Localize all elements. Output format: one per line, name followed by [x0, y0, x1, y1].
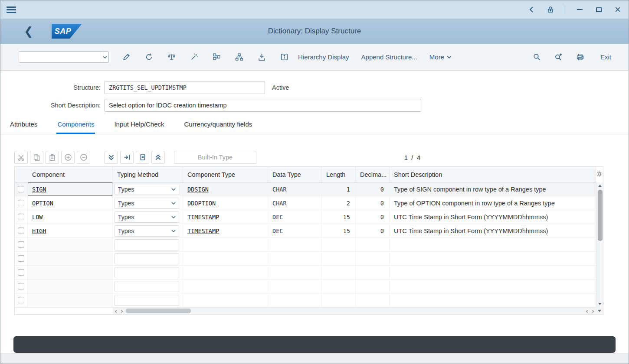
close-icon[interactable]: ×	[613, 5, 622, 14]
typing-method-dropdown[interactable]: Types	[115, 211, 179, 223]
where-used-icon[interactable]	[209, 49, 224, 65]
typing-method-dropdown[interactable]	[115, 281, 179, 292]
search-plus-icon[interactable]	[551, 49, 567, 65]
refresh-icon[interactable]	[141, 49, 157, 65]
command-dropdown-icon[interactable]	[101, 52, 108, 62]
display-change-icon[interactable]	[118, 49, 134, 65]
hierarchy-display-button[interactable]: Hierarchy Display	[292, 49, 355, 65]
table-row-empty[interactable]	[15, 266, 596, 280]
delete-row-icon[interactable]	[77, 151, 90, 164]
back-button[interactable]: ❮	[24, 26, 33, 37]
col-data-type[interactable]: Data Type	[268, 167, 322, 182]
row-checkbox[interactable]	[18, 228, 24, 234]
scroll-down-icon[interactable]	[597, 301, 603, 307]
tab-components[interactable]: Components	[56, 117, 95, 134]
command-input[interactable]	[19, 52, 101, 62]
select-block-icon[interactable]	[136, 151, 149, 164]
menu-hamburger-icon[interactable]	[7, 5, 16, 14]
row-checkbox[interactable]	[18, 283, 24, 289]
append-structure-button[interactable]: Append Structure...	[355, 49, 423, 65]
typing-method-dropdown[interactable]: Types	[115, 198, 179, 209]
lock-icon[interactable]	[546, 5, 555, 14]
typing-method-dropdown[interactable]: Types	[115, 184, 179, 195]
maximize-icon[interactable]	[594, 5, 603, 14]
scroll-left-icon[interactable]: ‹	[113, 308, 119, 314]
print-icon[interactable]	[573, 49, 588, 65]
hierarchy-icon[interactable]	[231, 49, 247, 65]
col-short-description[interactable]: Short Description	[390, 167, 596, 182]
nav-back-icon[interactable]	[527, 5, 536, 14]
scroll-left-icon[interactable]: ‹	[584, 308, 590, 314]
row-checkbox[interactable]	[18, 255, 24, 262]
table-row[interactable]: SIGN Types DDSIGN CHAR 1 0 Type of SIGN …	[15, 182, 596, 196]
tab-attributes[interactable]: Attributes	[9, 117, 38, 134]
scroll-down-icon[interactable]	[596, 307, 603, 314]
tab-input-help-check[interactable]: Input Help/Check	[113, 117, 165, 134]
paste-icon[interactable]	[46, 151, 59, 164]
row-checkbox[interactable]	[18, 241, 24, 248]
horizontal-scrollbar[interactable]: ‹ › ‹ ›	[15, 307, 596, 314]
vertical-scrollbar[interactable]	[596, 182, 603, 307]
component-link[interactable]: LOW	[32, 214, 43, 221]
col-component-type[interactable]: Component Type	[183, 167, 268, 182]
insert-line-icon[interactable]	[120, 151, 134, 164]
app-header: Dictionary: Display Structure ❮ SAP	[0, 19, 629, 44]
col-decimals[interactable]: Decima...	[356, 167, 390, 182]
activate-icon[interactable]	[186, 49, 202, 65]
structure-name-field[interactable]: ZRGTITS_SEL_UPDTIMSTMP	[105, 81, 265, 94]
table-row[interactable]: HIGH Types TIMESTAMP DEC 15 0 UTC Time S…	[15, 224, 596, 238]
status-bar	[13, 336, 616, 353]
typing-method-dropdown[interactable]: Types	[115, 225, 179, 237]
row-checkbox[interactable]	[18, 269, 24, 276]
table-row-empty[interactable]	[15, 280, 596, 293]
row-checkbox[interactable]	[18, 297, 24, 303]
table-row-empty[interactable]	[15, 238, 596, 252]
insert-row-icon[interactable]	[61, 151, 75, 164]
row-checkbox[interactable]	[18, 186, 24, 192]
short-description-field[interactable]: Select option for IDOC creation timestam…	[105, 99, 421, 112]
table-settings-gear-icon[interactable]	[596, 171, 603, 179]
command-field[interactable]	[19, 51, 109, 63]
col-typing-method[interactable]: Typing Method	[113, 167, 183, 182]
import-icon[interactable]	[254, 49, 269, 65]
copy-icon[interactable]	[30, 151, 43, 164]
titlebar-divider	[565, 5, 565, 14]
double-up-chevron-icon[interactable]	[151, 151, 165, 164]
table-row[interactable]: LOW Types TIMESTAMP DEC 15 0 UTC Time St…	[15, 210, 596, 224]
typing-method-dropdown[interactable]	[115, 267, 179, 278]
component-link[interactable]: SIGN	[32, 186, 46, 193]
table-row-empty[interactable]	[15, 252, 596, 266]
built-in-type-button[interactable]: Built-In Type	[174, 151, 256, 164]
vscroll-thumb[interactable]	[598, 190, 603, 241]
col-component[interactable]: Component	[28, 167, 113, 182]
table-row[interactable]: OPTION Types DDOPTION CHAR 2 0 Type of O…	[15, 196, 596, 210]
row-checkbox[interactable]	[18, 214, 24, 220]
row-checkbox[interactable]	[18, 200, 24, 206]
search-icon[interactable]	[529, 49, 545, 65]
structure-label: Structure:	[0, 84, 105, 91]
cut-icon[interactable]	[14, 151, 28, 164]
component-link[interactable]: HIGH	[32, 228, 46, 234]
typing-method-dropdown[interactable]	[115, 239, 179, 250]
minimize-icon[interactable]	[575, 5, 584, 14]
component-type-link[interactable]: TIMESTAMP	[187, 214, 219, 221]
scroll-right-icon[interactable]: ›	[119, 308, 125, 314]
component-type-link[interactable]: DDSIGN	[187, 186, 209, 193]
select-all-header[interactable]	[15, 167, 28, 182]
hscroll-thumb[interactable]	[126, 309, 191, 313]
double-down-chevron-icon[interactable]	[105, 151, 118, 164]
scroll-right-icon[interactable]: ›	[590, 308, 596, 314]
typing-method-dropdown[interactable]	[115, 253, 179, 264]
exit-button[interactable]: Exit	[594, 49, 617, 65]
info-icon[interactable]	[276, 49, 292, 65]
tab-currency-quantity-fields[interactable]: Currency/quantity fields	[183, 117, 253, 134]
col-length[interactable]: Length	[322, 167, 356, 182]
more-menu-button[interactable]: More	[423, 49, 458, 65]
component-type-link[interactable]: DDOPTION	[187, 200, 216, 207]
typing-method-dropdown[interactable]	[115, 295, 179, 306]
component-type-link[interactable]: TIMESTAMP	[187, 228, 219, 234]
scroll-up-icon[interactable]	[597, 182, 603, 189]
table-row-empty[interactable]	[15, 293, 596, 307]
scales-icon[interactable]	[164, 49, 179, 65]
component-link[interactable]: OPTION	[32, 200, 53, 207]
